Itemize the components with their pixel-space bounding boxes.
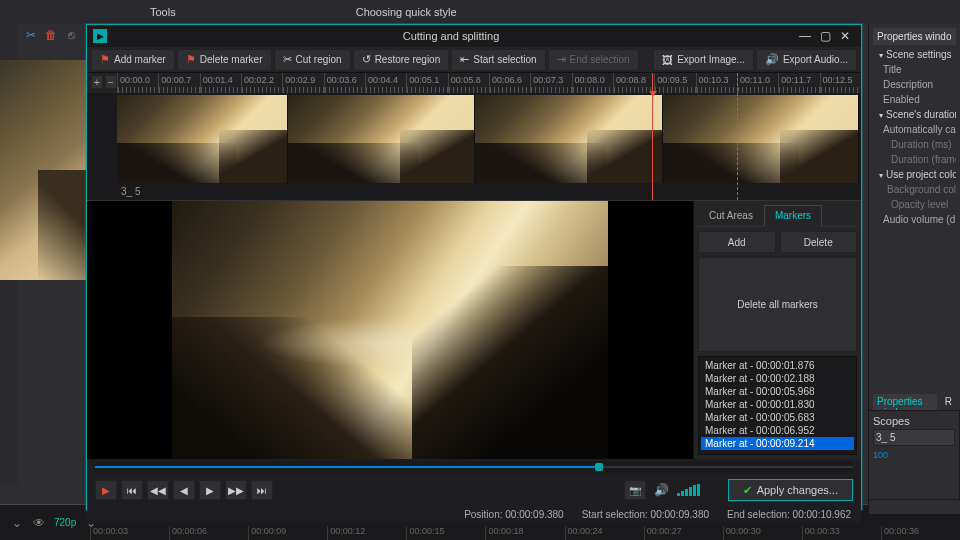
tab-cut-areas[interactable]: Cut Areas [698, 205, 764, 226]
next-frame-button[interactable]: ▶▶ [225, 480, 247, 500]
menu-tools[interactable]: Tools [150, 6, 176, 18]
video-preview[interactable] [87, 201, 693, 459]
props-auto-calc[interactable]: Automatically cal [873, 122, 956, 137]
close-button[interactable]: ✕ [835, 26, 855, 46]
clip-name-label: 3_ 5 [117, 185, 144, 198]
volume-icon[interactable]: 🔊 [650, 483, 673, 497]
properties-title: Properties windo [873, 28, 956, 45]
link-icon[interactable]: ⎋ [64, 28, 78, 42]
status-end-selection: 00:00:10.962 [793, 509, 851, 520]
status-position: 00:00:09.380 [505, 509, 563, 520]
props-scene-settings[interactable]: Scene settings [873, 47, 956, 62]
tab-markers[interactable]: Markers [764, 205, 822, 227]
end-bracket-icon: ⇥ [557, 53, 566, 66]
clip-timeline[interactable]: + − 00:00.0 00:00.7 00:01.4 00:02.2 00:0… [87, 73, 861, 201]
cutting-splitting-dialog: ▶ Cutting and splitting — ▢ ✕ ⚑Add marke… [86, 24, 862, 510]
props-scene-duration[interactable]: Scene's duration [873, 107, 956, 122]
scopes-value: 100 [873, 450, 955, 460]
flag-icon: ⚑ [100, 53, 110, 66]
delete-all-markers-button[interactable]: Delete all markers [698, 257, 857, 352]
cut-region-button[interactable]: ✂Cut region [274, 49, 351, 71]
export-image-icon: 🖼 [662, 54, 673, 66]
minimize-button[interactable]: — [795, 26, 815, 46]
end-selection-button: ⇥End selection [548, 49, 639, 71]
add-marker-button[interactable]: ⚑Add marker [91, 49, 175, 71]
undo-icon: ↺ [362, 53, 371, 66]
cut-icon[interactable]: ✂ [24, 28, 38, 42]
marker-item[interactable]: Marker at - 00:00:02.188 [701, 372, 854, 385]
step-back-button[interactable]: ◀ [173, 480, 195, 500]
status-bar: Position: 00:00:09.380 Start selection: … [87, 505, 861, 523]
marker-item[interactable]: Marker at - 00:00:09.214 [701, 437, 854, 450]
marker-item[interactable]: Marker at - 00:00:01.830 [701, 398, 854, 411]
marker-item[interactable]: Marker at - 00:00:01.876 [701, 359, 854, 372]
thumbnail[interactable] [663, 95, 859, 183]
thumbnail[interactable] [475, 95, 663, 183]
scopes-title: Scopes [873, 415, 955, 427]
snapshot-button[interactable]: 📷 [624, 480, 646, 500]
play-button[interactable]: ▶ [95, 480, 117, 500]
props-description[interactable]: Description [873, 77, 956, 92]
check-icon: ✔ [743, 484, 752, 497]
playhead-cursor[interactable] [652, 73, 653, 200]
scopes-panel: Scopes 100 [868, 410, 960, 500]
skip-start-button[interactable]: ⏮ [121, 480, 143, 500]
apply-changes-button[interactable]: ✔ Apply changes... [728, 479, 853, 501]
bg-scene-preview [0, 60, 95, 280]
start-selection-button[interactable]: ⇤Start selection [451, 49, 545, 71]
thumbnail[interactable] [117, 95, 288, 183]
timeline-ruler[interactable]: + − 00:00.0 00:00.7 00:01.4 00:02.2 00:0… [87, 73, 861, 93]
marker-list[interactable]: Marker at - 00:00:01.876 Marker at - 00:… [698, 356, 857, 455]
dialog-title: Cutting and splitting [107, 30, 795, 42]
volume-level[interactable] [677, 484, 700, 496]
resolution-badge[interactable]: 720p [54, 517, 76, 528]
markers-side-panel: Cut Areas Markers Add Delete Delete all … [693, 201, 861, 459]
delete-marker-button[interactable]: ⚑Delete marker [177, 49, 272, 71]
export-audio-button[interactable]: 🔊Export Audio... [756, 49, 857, 71]
props-title-row[interactable]: Title [873, 62, 956, 77]
props-enabled[interactable]: Enabled [873, 92, 956, 107]
props-bg-color: Background colo [873, 182, 956, 197]
marker-item[interactable]: Marker at - 00:00:06.952 [701, 424, 854, 437]
zoom-out-button[interactable]: − [105, 75, 117, 89]
app-icon: ▶ [93, 29, 107, 43]
flag-remove-icon: ⚑ [186, 53, 196, 66]
status-start-selection: 00:00:09.380 [651, 509, 709, 520]
maximize-button[interactable]: ▢ [815, 26, 835, 46]
delete-icon[interactable]: 🗑 [44, 28, 58, 42]
playback-controls: ▶ ⏮ ◀◀ ◀ ▶ ▶▶ ⏭ 📷 🔊 ✔ Apply changes... [87, 475, 861, 505]
preview-frame [172, 201, 608, 459]
restore-region-button[interactable]: ↺Restore region [353, 49, 450, 71]
marker-item[interactable]: Marker at - 00:00:05.683 [701, 411, 854, 424]
step-forward-button[interactable]: ▶ [199, 480, 221, 500]
dialog-toolbar: ⚑Add marker ⚑Delete marker ✂Cut region ↺… [87, 47, 861, 73]
dialog-titlebar[interactable]: ▶ Cutting and splitting — ▢ ✕ [87, 25, 861, 47]
export-audio-icon: 🔊 [765, 53, 779, 66]
scrub-bar[interactable] [95, 461, 853, 473]
eye-icon[interactable]: 👁 [32, 516, 46, 530]
scopes-clip-input[interactable] [873, 429, 955, 446]
props-use-project-color[interactable]: Use project color [873, 167, 956, 182]
marker-add-button[interactable]: Add [698, 231, 776, 253]
thumbnail[interactable] [288, 95, 476, 183]
props-audio-volume[interactable]: Audio volume (dB) [873, 212, 956, 227]
export-image-button[interactable]: 🖼Export Image... [653, 49, 754, 71]
chevron-down-icon[interactable]: ⌄ [10, 516, 24, 530]
props-duration-ms: Duration (ms) [873, 137, 956, 152]
start-bracket-icon: ⇤ [460, 53, 469, 66]
marker-delete-button[interactable]: Delete [780, 231, 858, 253]
props-opacity: Opacity level [873, 197, 956, 212]
main-menu-bar: Tools Choosing quick style [0, 0, 960, 24]
prev-frame-button[interactable]: ◀◀ [147, 480, 169, 500]
props-duration-frames: Duration (frames [873, 152, 956, 167]
timeline-thumbnails[interactable] [87, 93, 861, 185]
bg-timeline-ruler[interactable]: 00:00:03 00:00:06 00:00:09 00:00:12 00:0… [90, 526, 960, 540]
zoom-in-button[interactable]: + [91, 75, 103, 89]
skip-end-button[interactable]: ⏭ [251, 480, 273, 500]
marker-item[interactable]: Marker at - 00:00:05.968 [701, 385, 854, 398]
tab-choosing-quick-style[interactable]: Choosing quick style [356, 6, 457, 18]
scissors-icon: ✂ [283, 53, 292, 66]
selection-end-marker[interactable] [737, 73, 738, 200]
